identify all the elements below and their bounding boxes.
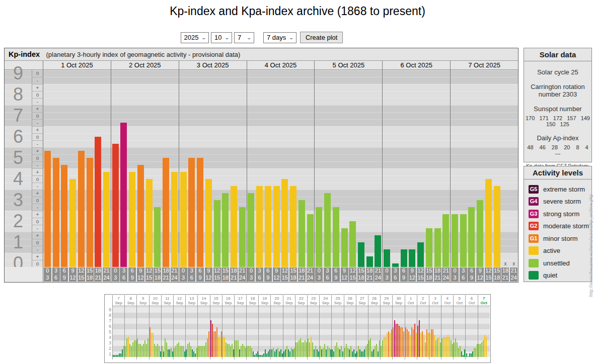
overview-kp-bar xyxy=(216,327,217,357)
kp-bar-slot xyxy=(179,70,188,267)
overview-day-column: 30 Sep xyxy=(392,295,404,359)
overview-baseline-gap xyxy=(271,357,282,359)
overview-kp-bar xyxy=(266,353,267,357)
kp-bar xyxy=(87,158,93,267)
overview-day-column: 4 Oct xyxy=(441,295,453,359)
kp-hour-label: 9 12 xyxy=(205,267,212,282)
kp-hour-label-slot: 9 12 xyxy=(272,267,281,282)
chevron-down-icon: ⌄ xyxy=(201,35,207,40)
overview-baseline-gap xyxy=(356,357,368,359)
kp-hour-label: 18 21 xyxy=(94,267,102,282)
overview-kp-bar xyxy=(419,320,420,357)
kp-hour-labels: 0 33 66 99 1212 1515 1818 2121 24 xyxy=(451,267,518,282)
overview-day-header: 3 Oct xyxy=(429,295,441,305)
overview-kp-bar xyxy=(336,342,337,357)
activity-level-swatch: G3 xyxy=(529,210,539,218)
kp-day-column: 5 Oct 20250 33 66 99 1212 1515 1818 2121… xyxy=(314,61,382,282)
overview-kp-bar xyxy=(411,327,412,357)
overview-kp-bar xyxy=(333,351,334,357)
overview-kp-bar xyxy=(370,338,371,357)
overview-kp-bar xyxy=(297,342,298,357)
kp-hour-label-slot: 21 24 xyxy=(441,267,450,282)
range-select[interactable]: 7 days ⌄ xyxy=(263,32,296,43)
kp-day-header: 6 Oct 2025 xyxy=(383,61,450,70)
kp-y-subtick: - xyxy=(32,119,43,126)
overview-day-column: 5 Oct xyxy=(453,295,465,359)
overview-kp-bar xyxy=(239,349,240,357)
sunspot-label: Sunspot number xyxy=(524,105,591,113)
overview-day-header: 29 Sep xyxy=(381,295,392,305)
kp-hour-label: 18 21 xyxy=(298,267,306,282)
kp-bar-slot xyxy=(306,70,315,267)
overview-kp-bar xyxy=(466,353,467,357)
kp-y-subtick: - xyxy=(32,183,43,190)
activity-levels-title: Activity levels xyxy=(524,166,591,179)
overview-kp-bar xyxy=(134,340,135,357)
overview-kp-bar xyxy=(292,349,293,357)
overview-kp-bar xyxy=(169,349,170,357)
overview-kp-bar xyxy=(448,335,449,357)
overview-kp-bar xyxy=(443,337,444,357)
overview-kp-bar xyxy=(382,340,383,357)
overview-day-column: 21 Sep xyxy=(283,295,295,359)
overview-day-plot xyxy=(308,305,319,357)
overview-kp-bar xyxy=(414,324,415,357)
activity-level-label: unsettled xyxy=(543,259,570,267)
kp-bar-slot xyxy=(484,70,493,267)
overview-baseline-gap xyxy=(222,357,234,359)
create-plot-button[interactable]: Create plot xyxy=(300,32,343,43)
overview-kp-bar xyxy=(141,346,142,357)
kp-day-header: 7 Oct 2025 xyxy=(451,61,518,70)
chevron-down-icon: ⌄ xyxy=(289,35,294,40)
overview-kp-bar xyxy=(375,346,376,357)
kp-bar xyxy=(366,256,373,267)
overview-day-header: 12 Sep xyxy=(174,295,185,305)
overview-baseline-gap xyxy=(429,357,441,359)
overview-kp-bar xyxy=(303,342,304,357)
year-select[interactable]: 2025 ⌄ xyxy=(181,32,209,43)
overview-day-column: 17 Sep xyxy=(234,295,246,359)
overview-kp-bar xyxy=(486,337,487,357)
kp-y-subtick: + xyxy=(32,105,43,112)
overview-kp-bar xyxy=(387,333,388,357)
overview-day-plot xyxy=(320,305,331,357)
overview-kp-bar xyxy=(384,337,385,357)
kp-bar xyxy=(248,193,254,267)
overview-y-number: 1 xyxy=(105,351,111,356)
overview-kp-bar xyxy=(222,337,224,357)
kp-y-subtick: + xyxy=(32,253,43,260)
kp-bar xyxy=(384,249,390,267)
overview-kp-bar xyxy=(451,340,452,357)
overview-kp-bar xyxy=(469,353,470,357)
overview-kp-bar xyxy=(251,348,252,357)
activity-level-row: unsettled xyxy=(529,257,591,269)
kp-bar xyxy=(205,179,212,267)
overview-kp-bar xyxy=(285,349,286,357)
month-select[interactable]: 10 ⌄ xyxy=(211,32,232,43)
overview-day-plot xyxy=(113,305,124,357)
overview-kp-bar xyxy=(193,351,194,357)
kp-hour-label: 6 9 xyxy=(60,267,68,282)
day-select-value: 7 xyxy=(238,34,241,41)
overview-kp-bar xyxy=(422,331,423,357)
overview-day-header: 26 Sep xyxy=(344,295,356,305)
overview-day-header: 11 Sep xyxy=(162,295,173,305)
overview-kp-bar xyxy=(146,344,147,357)
kp-hour-label-slot: 12 15 xyxy=(281,267,289,282)
kp-bar-slot xyxy=(408,70,417,267)
overview-kp-bar xyxy=(324,344,325,357)
overview-kp-bar xyxy=(376,344,377,357)
kp-day-column: 2 Oct 20250 33 66 99 1212 1515 1818 2121… xyxy=(111,61,179,282)
kp-y-subtick: + xyxy=(32,232,43,239)
overview-day-plot xyxy=(186,305,197,357)
day-select[interactable]: 7 ⌄ xyxy=(234,32,254,43)
kp-day-column: 1 Oct 20250 33 66 99 1212 1515 1818 2121… xyxy=(43,61,111,282)
overview-kp-bar xyxy=(241,346,242,357)
kp-bar xyxy=(197,158,203,267)
overview-day-column: 10 Sep xyxy=(149,295,161,359)
ap-values: 48 46 28 20 8 4 --- xyxy=(524,144,591,156)
overview-day-plot xyxy=(222,305,234,357)
kp-bar xyxy=(460,214,467,267)
overview-y-number: 7 xyxy=(105,318,111,323)
overview-baseline-gap xyxy=(295,357,307,359)
